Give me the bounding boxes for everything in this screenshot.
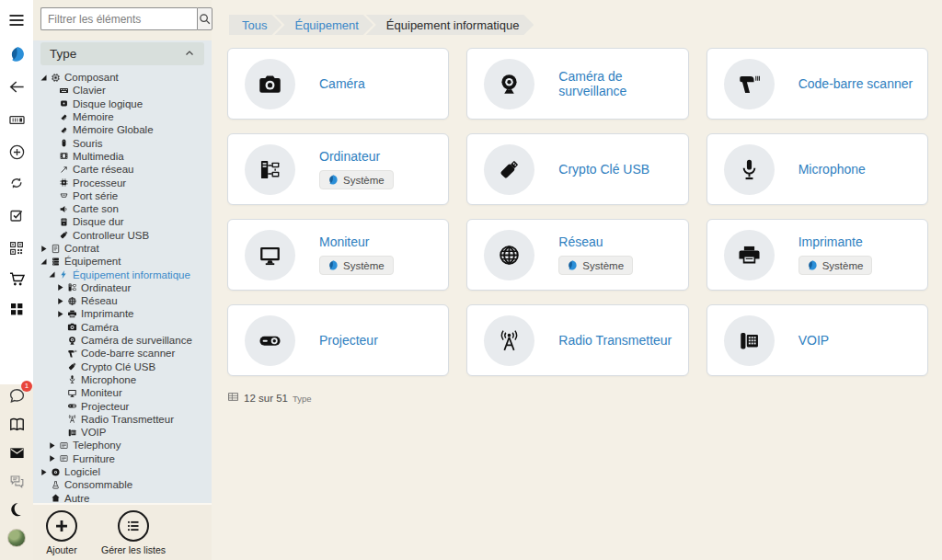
tree-item-carte-son[interactable]: Carte son: [39, 202, 212, 215]
tree-item-disque-logique[interactable]: Disque logique: [39, 97, 212, 110]
tree-item-port-s-rie[interactable]: Port série: [39, 189, 212, 202]
tree-item-telephony[interactable]: Telephony: [39, 439, 212, 451]
film-icon: [57, 151, 70, 161]
type-card-radio-transmetteur[interactable]: Radio Transmetteur: [466, 304, 688, 376]
tree-item-carte-r-seau[interactable]: Carte réseau: [39, 163, 212, 176]
menu-icon[interactable]: [6, 9, 28, 31]
manage-lists-icon: [118, 510, 149, 542]
tree-expander-collapsed-icon[interactable]: [47, 441, 57, 450]
tree-item-m-moire-globale[interactable]: Mémoire Globale: [39, 123, 212, 136]
tree-item-code-barre-scanner[interactable]: Code-barre scanner: [39, 347, 212, 360]
tasks-icon[interactable]: [6, 204, 28, 226]
tree-item-furniture[interactable]: Furniture: [39, 452, 212, 465]
tree-expander-expanded-icon[interactable]: [39, 74, 49, 82]
tree-item-m-moire[interactable]: Mémoire: [39, 110, 212, 123]
card-body: Radio Transmetteur: [558, 333, 672, 348]
type-card-crypto-cl-usb[interactable]: Crypto Clé USB: [466, 133, 688, 205]
mic-icon: [737, 157, 762, 182]
tree-item-radio-transmetteur[interactable]: Radio Transmetteur: [39, 413, 212, 426]
tree-item-label: Disque dur: [73, 216, 124, 227]
search-button[interactable]: [197, 7, 213, 30]
tree-expander-collapsed-icon[interactable]: [55, 297, 65, 305]
user-avatar[interactable]: [6, 527, 28, 549]
tree-item-voip[interactable]: VOIP: [39, 426, 212, 439]
add-icon: [8, 143, 26, 161]
type-card-projecteur[interactable]: Projecteur: [227, 304, 449, 376]
tree-item-multimedia[interactable]: Multimedia: [39, 150, 212, 163]
type-panel-header[interactable]: Type: [40, 42, 204, 65]
asset-tag-icon[interactable]: [6, 109, 28, 131]
tree-item-label: Disque logique: [73, 98, 143, 109]
tree-item-controlleur-usb[interactable]: Controlleur USB: [39, 229, 212, 242]
tree-expander-collapsed-icon[interactable]: [55, 283, 65, 291]
add-circle-icon[interactable]: [6, 141, 28, 163]
add-button[interactable]: Ajouter: [46, 510, 77, 560]
tree-item-projecteur[interactable]: Projecteur: [39, 399, 212, 412]
usb-icon: [65, 361, 78, 371]
logo-icon: [7, 45, 26, 63]
tree-expander-collapsed-icon[interactable]: [47, 454, 57, 463]
notifications-icon[interactable]: 1: [6, 384, 28, 406]
type-card-cam-ra-de-surveillance[interactable]: Caméra de surveillance: [466, 48, 688, 120]
apps-grid-icon[interactable]: [6, 298, 28, 320]
type-tree-panel: Type ComposantClavierDisque logiqueMémoi…: [33, 40, 212, 503]
type-card-moniteur[interactable]: MoniteurSystème: [227, 219, 449, 291]
tree-item-label: Moniteur: [81, 387, 122, 398]
voip-icon: [65, 428, 78, 438]
result-count: 12 sur 51 Type: [227, 390, 312, 406]
inbox-icon[interactable]: [6, 441, 28, 463]
chevron-up-icon[interactable]: [184, 46, 195, 63]
tree-item-ordinateur[interactable]: Ordinateur: [39, 281, 212, 294]
mouse-icon: [57, 138, 70, 148]
type-card-imprimante[interactable]: ImprimanteSystème: [706, 219, 928, 291]
breadcrumb-item--quipement[interactable]: Équipement: [274, 15, 373, 35]
tree-item-label: Mémoire: [73, 111, 114, 122]
type-panel-title: Type: [50, 47, 184, 61]
back-arrow-icon[interactable]: [6, 75, 28, 97]
tree-expander-expanded-icon[interactable]: [47, 270, 57, 279]
qr-code-icon[interactable]: [6, 237, 28, 259]
manage-lists-button[interactable]: Gérer les listes: [101, 510, 166, 560]
type-card-microphone[interactable]: Microphone: [706, 133, 928, 205]
tree-item-consommable[interactable]: Consommable: [39, 478, 212, 491]
tree-item-moniteur[interactable]: Moniteur: [39, 386, 212, 399]
type-card-ordinateur[interactable]: OrdinateurSystème: [227, 133, 449, 205]
tree-item-contrat[interactable]: Contrat: [39, 242, 212, 255]
card-label: Projecteur: [319, 333, 378, 348]
breadcrumb-item--quipement-informatique[interactable]: Équipement informatique: [366, 15, 534, 35]
tree-item-logiciel[interactable]: Logiciel: [39, 465, 212, 478]
tree-item-processeur[interactable]: Processeur: [39, 176, 212, 189]
tree-expander-collapsed-icon[interactable]: [39, 245, 49, 253]
tree-item-imprimante[interactable]: Imprimante: [39, 307, 212, 320]
tree-item-composant[interactable]: Composant: [39, 71, 212, 84]
tree-item-cam-ra[interactable]: Caméra: [39, 321, 212, 334]
breadcrumb-item-tous[interactable]: Tous: [229, 15, 281, 35]
filter-input[interactable]: [40, 7, 197, 30]
documentation-book-icon[interactable]: [6, 413, 28, 435]
tree-item-cam-ra-de-surveillance[interactable]: Caméra de surveillance: [39, 334, 212, 347]
tree-item-disque-dur[interactable]: Disque dur: [39, 215, 212, 228]
tree-item--quipement[interactable]: Équipement: [39, 255, 212, 268]
tree-item-souris[interactable]: Souris: [39, 136, 212, 149]
tree-item-r-seau[interactable]: Réseau: [39, 294, 212, 307]
type-card-code-barre-scanner[interactable]: Code-barre scanner: [706, 48, 928, 120]
tree-item-crypto-cl-usb[interactable]: Crypto Clé USB: [39, 360, 212, 373]
usb-icon: [497, 157, 522, 182]
system-badge: Système: [319, 256, 394, 275]
tree-item--quipement-informatique[interactable]: Équipement informatique: [39, 268, 212, 280]
cart-icon[interactable]: [6, 268, 28, 290]
tree-item-microphone[interactable]: Microphone: [39, 373, 212, 386]
tree-expander-collapsed-icon[interactable]: [39, 468, 49, 476]
chat-icon[interactable]: [6, 470, 28, 492]
type-card-cam-ra[interactable]: Caméra: [227, 48, 449, 120]
sync-icon[interactable]: [6, 172, 28, 194]
brand-logo-icon[interactable]: [6, 43, 28, 65]
type-card-r-seau[interactable]: RéseauSystème: [466, 219, 688, 291]
qr-icon: [8, 240, 25, 257]
dark-mode-moon-icon[interactable]: [6, 498, 28, 520]
tree-item-clavier[interactable]: Clavier: [39, 84, 212, 97]
menu-icon: [7, 11, 26, 29]
tree-expander-collapsed-icon[interactable]: [55, 310, 65, 318]
type-card-voip[interactable]: VOIP: [706, 304, 928, 376]
tree-expander-expanded-icon[interactable]: [39, 257, 49, 266]
